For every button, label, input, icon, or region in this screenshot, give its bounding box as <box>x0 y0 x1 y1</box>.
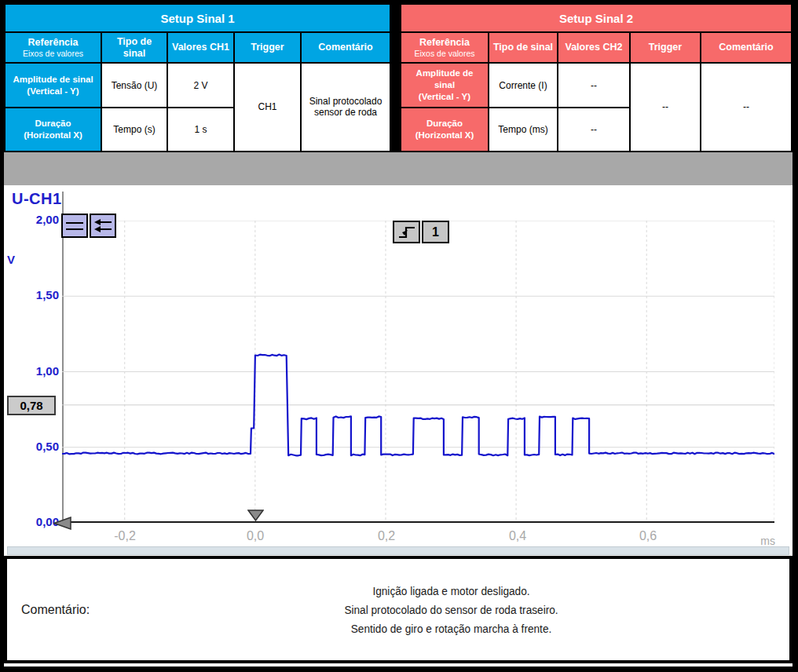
offset-lines-icon <box>65 219 84 233</box>
x-tick-label: -0,2 <box>100 529 150 543</box>
channel-title: U-CH1 <box>12 190 62 208</box>
zero-level-marker[interactable] <box>53 517 71 530</box>
separator-bar <box>4 152 793 185</box>
y-tick-label: 1,50 <box>9 288 59 304</box>
col-header-comentario: Comentário <box>301 32 390 62</box>
setup-tables-section: Setup Sinal 1 Referência Eixos de valore… <box>4 3 793 152</box>
col-header-valores: Valores CH2 <box>558 32 630 62</box>
offset-button[interactable] <box>61 214 88 238</box>
table-title: Setup Sinal 2 <box>401 4 792 32</box>
double-left-arrow-icon <box>93 218 112 234</box>
comment-text: Ignição ligada e motor desligado. Sinal … <box>154 582 749 638</box>
cell-trigger: CH1 <box>234 63 301 152</box>
x-tick-label: 0,0 <box>230 529 280 543</box>
cell-valor-duracao: -- <box>558 108 630 152</box>
col-header-comentario: Comentário <box>701 32 792 62</box>
cell-tipo-amplitude: Tensão (U) <box>101 63 167 108</box>
setup-sinal-2-table: Setup Sinal 2 Referência Eixos de valore… <box>400 3 793 152</box>
down-triangle-icon <box>247 509 264 521</box>
comment-box: Comentário: Ignição ligada e motor desli… <box>4 556 793 663</box>
left-arrow-icon <box>53 517 71 530</box>
trigger-channel-button[interactable]: 1 <box>422 221 449 243</box>
x-axis-unit-label: ms <box>741 535 775 547</box>
setup-sinal-1-table: Setup Sinal 1 Referência Eixos de valore… <box>4 3 391 152</box>
rising-edge-icon <box>397 225 416 240</box>
waveform-plot <box>62 221 774 523</box>
x-tick-label: 0,2 <box>361 529 412 543</box>
horizontal-scrollbar[interactable] <box>7 546 789 555</box>
cell-trigger: -- <box>630 63 701 152</box>
cell-tipo-duracao: Tempo (s) <box>101 108 167 152</box>
col-header-trigger: Trigger <box>630 32 701 62</box>
row-label-duracao: Duração (Horizontal X) <box>401 108 489 152</box>
oscilloscope-report-page: Setup Sinal 1 Referência Eixos de valore… <box>0 0 798 672</box>
col-header-trigger: Trigger <box>234 32 301 62</box>
y-axis-unit-label: V <box>7 253 26 266</box>
col-header-tipo: Tipo de sinal <box>101 32 167 62</box>
comment-label: Comentário: <box>7 603 113 617</box>
x-tick-label: 0,4 <box>492 529 543 543</box>
cell-valor-duracao: 1 s <box>167 108 234 152</box>
x-tick-label: 0,6 <box>623 529 673 543</box>
y-tick-label: 0,00 <box>9 515 59 531</box>
col-header-referencia: Referência Eixos de valores <box>5 32 101 62</box>
cell-tipo-duracao: Tempo (ms) <box>489 108 558 152</box>
col-header-referencia: Referência Eixos de valores <box>401 32 489 62</box>
row-label-amplitude: Amplitude de sinal (Vertical - Y) <box>5 63 101 108</box>
y-tick-label: 1,00 <box>9 364 59 380</box>
cell-comentario: -- <box>701 63 792 152</box>
trigger-level-marker[interactable]: 0,78 <box>7 396 56 415</box>
trigger-edge-button[interactable] <box>393 221 420 243</box>
row-label-amplitude: Amplitude de sinal (Vertical - Y) <box>401 63 489 108</box>
trigger-position-marker[interactable] <box>247 509 264 521</box>
cell-valor-amplitude: 2 V <box>167 63 234 108</box>
col-header-valores: Valores CH1 <box>167 32 234 62</box>
cell-tipo-amplitude: Corrente (I) <box>489 63 558 108</box>
cell-valor-amplitude: -- <box>558 63 630 108</box>
table-title: Setup Sinal 1 <box>5 4 390 32</box>
col-header-tipo: Tipo de sinal <box>489 32 558 62</box>
y-tick-label: 2,00 <box>9 213 59 228</box>
y-tick-label: 0,50 <box>9 440 59 455</box>
scroll-left-button[interactable] <box>90 214 116 238</box>
row-label-duracao: Duração (Horizontal X) <box>5 108 101 152</box>
cell-comentario: Sinal protocolado sensor de roda <box>301 63 390 152</box>
